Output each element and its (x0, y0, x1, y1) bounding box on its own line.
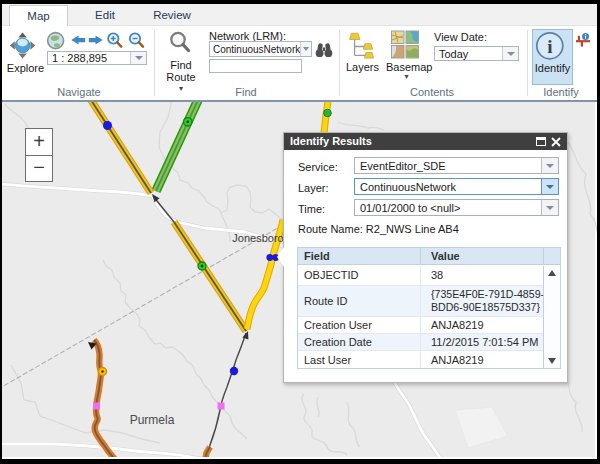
svg-text:Purmela: Purmela (130, 413, 175, 427)
svg-text:i: i (547, 36, 552, 57)
svg-text:Jonesboro: Jonesboro (232, 232, 283, 244)
